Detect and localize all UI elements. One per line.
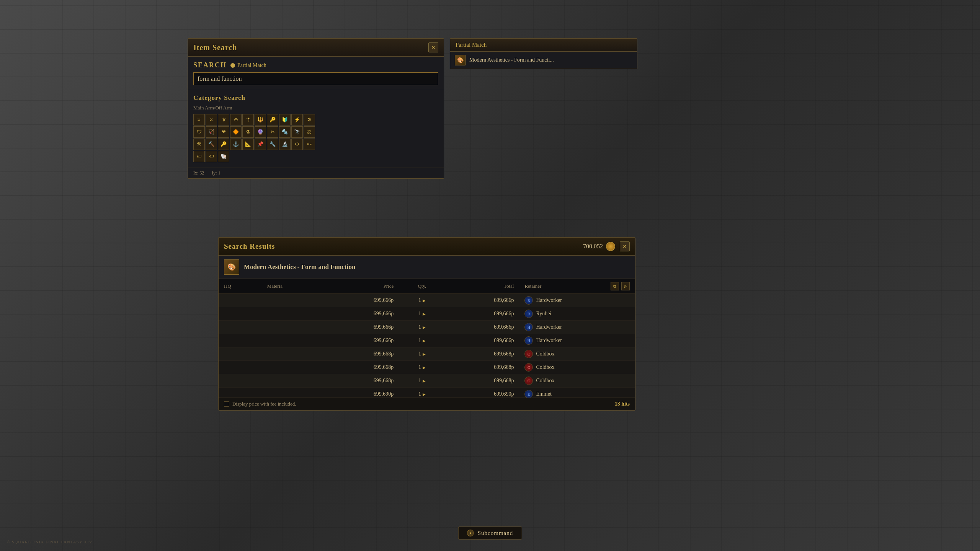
cat-icon-18[interactable]: 🔭 — [291, 126, 303, 138]
qty-arrow-icon: ▶ — [423, 352, 426, 356]
cat-icon-25[interactable]: 📌 — [255, 139, 266, 150]
cat-icon-17[interactable]: 🔩 — [279, 126, 291, 138]
subcommand-bar: ● Subcommand — [458, 527, 522, 540]
table-action-icons: ⧉ ⫸ — [611, 282, 630, 290]
results-table: HQ Materia Price Qty. Total Retainer ⧉ ⫸ — [219, 279, 635, 398]
copy-icon[interactable]: ⧉ — [611, 282, 619, 290]
table-row[interactable]: 699,668p 1▶ 699,668p CColdbox — [219, 347, 635, 361]
cat-icon-31[interactable]: 🏷 — [206, 151, 217, 162]
retainer-avatar: R — [524, 310, 533, 318]
sr-item-icon: 🎨 — [224, 259, 239, 275]
col-materia: Materia — [262, 279, 325, 294]
cell-materia — [262, 374, 325, 388]
cat-icon-0[interactable]: ⚔ — [193, 114, 205, 126]
cat-icon-3[interactable]: ⊕ — [230, 114, 242, 126]
cat-icon-12[interactable]: ❤ — [218, 126, 229, 138]
cell-hq — [219, 321, 262, 334]
fee-label: Display price with fee included. — [232, 401, 296, 407]
cell-materia — [262, 361, 325, 374]
close-icon: ✕ — [431, 44, 436, 51]
cell-qty: 1▶ — [399, 374, 445, 388]
cell-total: 699,668p — [445, 374, 519, 388]
filter-icon[interactable]: ⫸ — [621, 282, 630, 290]
col-qty: Qty. — [399, 279, 445, 294]
pm-item-icon-0: 🎨 — [455, 55, 466, 65]
fee-checkbox[interactable] — [224, 401, 229, 407]
category-section: Category Search Main Arm/Off Arm ⚔ ⚔ 🗡 ⊕… — [188, 90, 444, 168]
cell-total: 699,666p — [445, 294, 519, 307]
col-retainer: Retainer ⧉ ⫸ — [519, 279, 635, 294]
partial-match-dot — [230, 63, 235, 68]
watermark: © SQUARE ENIX FINAL FANTASY XIV — [7, 540, 93, 544]
retainer-avatar: C — [524, 350, 533, 358]
cat-icon-1[interactable]: ⚔ — [206, 114, 217, 126]
cat-icon-13[interactable]: 🔶 — [230, 126, 242, 138]
cell-retainer: CColdbox — [519, 374, 635, 388]
table-row[interactable]: 699,666p 1▶ 699,666p RRyuhei — [219, 307, 635, 321]
cell-price: 699,666p — [325, 321, 399, 334]
table-row[interactable]: 699,668p 1▶ 699,668p CColdbox — [219, 374, 635, 388]
cat-icon-10[interactable]: 🛡 — [193, 126, 205, 138]
cat-icon-28[interactable]: ⚙ — [291, 139, 303, 150]
gold-amount: 700,052 — [583, 243, 603, 250]
cell-retainer: CColdbox — [519, 347, 635, 361]
panel-footer: Ix: 62 Iy: 1 — [188, 168, 444, 178]
cat-icon-11[interactable]: 🏹 — [206, 126, 217, 138]
cat-icon-14[interactable]: ⚗ — [242, 126, 254, 138]
cat-icon-24[interactable]: 📐 — [242, 139, 254, 150]
qty-arrow-icon: ▶ — [423, 379, 426, 383]
col-total: Total — [445, 279, 519, 294]
cat-icon-27[interactable]: 🔬 — [279, 139, 291, 150]
cat-icon-4[interactable]: 🗡 — [242, 114, 254, 126]
cat-icon-30[interactable]: 🏷 — [193, 151, 205, 162]
cat-icon-23[interactable]: ⚓ — [230, 139, 242, 150]
table-row[interactable]: 699,668p 1▶ 699,668p CColdbox — [219, 361, 635, 374]
cat-icon-7[interactable]: 🔰 — [279, 114, 291, 126]
cat-icon-9[interactable]: ⚙ — [304, 114, 315, 126]
cell-materia — [262, 334, 325, 347]
sr-close-button[interactable]: ✕ — [620, 241, 630, 251]
cell-qty: 1▶ — [399, 307, 445, 321]
qty-arrow-icon: ▶ — [423, 325, 426, 329]
qty-arrow-icon: ▶ — [423, 365, 426, 370]
cat-icon-20[interactable]: ⚒ — [193, 139, 205, 150]
partial-match-panel: Partial Match 🎨 Modern Aesthetics - Form… — [450, 38, 637, 69]
cell-price: 699,668p — [325, 347, 399, 361]
cell-price: 699,690p — [325, 388, 399, 398]
cat-icon-6[interactable]: 🔑 — [267, 114, 278, 126]
search-label: Search — [193, 61, 227, 69]
cell-price: 699,666p — [325, 334, 399, 347]
gold-coin-icon — [606, 242, 615, 251]
cat-icon-22[interactable]: 🔑 — [218, 139, 229, 150]
subcommand-label: Subcommand — [478, 530, 513, 536]
cell-total: 699,666p — [445, 334, 519, 347]
cat-icon-5[interactable]: 🔱 — [255, 114, 266, 126]
cell-qty: 1▶ — [399, 321, 445, 334]
sr-title: Search Results — [224, 242, 275, 251]
cat-icon-29[interactable]: 🗝 — [304, 139, 315, 150]
cat-icon-8[interactable]: ⚡ — [291, 114, 303, 126]
pm-item-name-0: Modern Aesthetics - Form and Functi... — [469, 57, 554, 63]
cat-icon-26[interactable]: 🔧 — [267, 139, 278, 150]
cat-icon-21[interactable]: 🔨 — [206, 139, 217, 150]
pm-result-item-0[interactable]: 🎨 Modern Aesthetics - Form and Functi... — [450, 52, 637, 69]
item-search-close-button[interactable]: ✕ — [428, 42, 438, 52]
cell-materia — [262, 294, 325, 307]
search-section: Search Partial Match — [188, 57, 444, 90]
table-row[interactable]: 699,666p 1▶ 699,666p RHardworker — [219, 294, 635, 307]
table-row[interactable]: 699,666p 1▶ 699,666p HHardworker — [219, 334, 635, 347]
qty-arrow-icon: ▶ — [423, 392, 426, 396]
cat-icon-32[interactable]: 🐚 — [218, 151, 229, 162]
results-table-container[interactable]: HQ Materia Price Qty. Total Retainer ⧉ ⫸ — [219, 279, 635, 398]
col-price: Price — [325, 279, 399, 294]
table-row[interactable]: 699,666p 1▶ 699,666p HHardworker — [219, 321, 635, 334]
cat-icon-15[interactable]: 🔮 — [255, 126, 266, 138]
hits-label: 13 hits — [615, 401, 630, 407]
table-row[interactable]: 699,690p 1▶ 699,690p EEmmet — [219, 388, 635, 398]
cat-icon-2[interactable]: 🗡 — [218, 114, 229, 126]
cell-retainer: CColdbox — [519, 361, 635, 374]
category-subtitle: Main Arm/Off Arm — [193, 105, 438, 111]
cat-icon-19[interactable]: ⚖ — [304, 126, 315, 138]
cat-icon-16[interactable]: ✂ — [267, 126, 278, 138]
search-input[interactable] — [193, 72, 438, 85]
